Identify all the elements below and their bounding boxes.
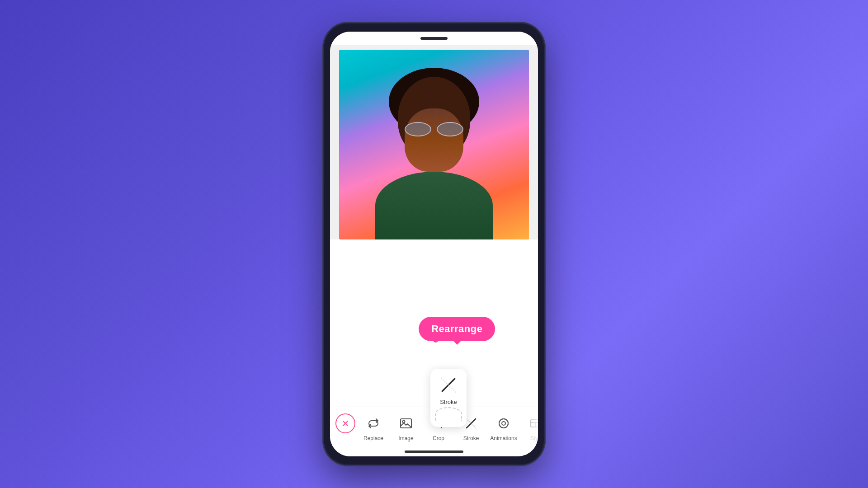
person-silhouette (380, 68, 488, 239)
rearrange-tooltip: Rearrange (419, 317, 495, 341)
animations-label: Animations (490, 435, 517, 441)
stroke-popup-icon (439, 375, 458, 395)
crop-label: Crop (433, 435, 444, 441)
stroke-label: Stroke (463, 435, 479, 441)
style-icon (526, 413, 538, 433)
svg-rect-12 (531, 420, 538, 427)
phone-frame: Rearrange Stroke (323, 23, 545, 465)
replace-label: Replace (363, 435, 383, 441)
canvas-area (330, 45, 538, 407)
dashed-circle-indicator (435, 407, 462, 421)
svg-point-11 (502, 422, 505, 425)
glasses (402, 122, 466, 136)
close-button[interactable] (335, 413, 355, 433)
body-shape (375, 172, 493, 239)
svg-point-10 (498, 418, 509, 429)
head-shape (398, 77, 470, 158)
image-container (339, 50, 529, 239)
face (405, 108, 463, 172)
toolbar-item-image[interactable]: Image (390, 411, 422, 444)
toolbar-item-animations[interactable]: Animations (487, 411, 520, 444)
animations-icon (494, 413, 514, 433)
image-icon (396, 413, 416, 433)
style-label: Style (530, 435, 538, 441)
pink-dot-connector (433, 337, 439, 343)
replace-icon (363, 413, 383, 433)
stroke-popup: Stroke (430, 369, 467, 427)
stroke-popup-label: Stroke (440, 399, 457, 405)
bottom-toolbar: Rearrange Stroke (330, 407, 538, 456)
phone-speaker (420, 37, 448, 40)
phone-screen: Rearrange Stroke (330, 32, 538, 456)
image-label: Image (398, 435, 413, 441)
portrait-image (339, 50, 529, 239)
toolbar-item-replace[interactable]: Replace (357, 411, 390, 444)
toolbar-item-style[interactable]: Style (520, 411, 538, 444)
top-notch (330, 32, 538, 45)
svg-point-5 (403, 421, 405, 423)
home-indicator (405, 450, 463, 453)
